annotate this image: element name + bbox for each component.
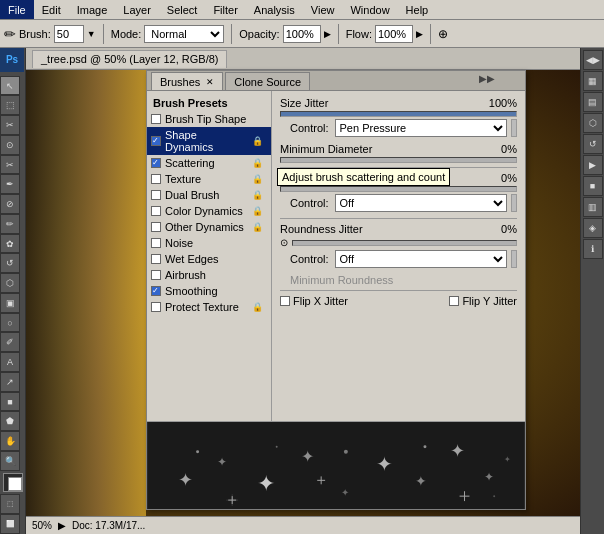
brush-item-smoothing[interactable]: Smoothing [147,283,271,299]
tool-shape[interactable]: ■ [0,392,20,412]
brush-item-scattering[interactable]: Scattering 🔒 [147,155,271,171]
tool-magic-wand[interactable]: ⊙ [0,135,20,155]
tab-brushes[interactable]: Brushes ✕ [151,72,223,90]
checkbox-wet-edges[interactable] [151,254,161,264]
menu-help[interactable]: Help [398,0,437,19]
menu-layer[interactable]: Layer [115,0,159,19]
checkbox-protect-texture[interactable] [151,302,161,312]
quick-mask[interactable]: ⬚ [0,494,20,514]
foreground-color[interactable] [3,473,23,493]
brush-item-other-dynamics[interactable]: Other Dynamics 🔒 [147,219,271,235]
panel-body: Brush Presets Brush Tip Shape Shape Dyna… [147,91,525,421]
checkbox-airbrush[interactable] [151,270,161,280]
tool-lasso[interactable]: ✂ [0,115,20,135]
svg-point-13 [344,450,348,454]
checkbox-shape-dynamics[interactable] [151,136,161,146]
mode-select[interactable]: Normal [144,25,224,43]
tool-spot-heal[interactable]: ⊘ [0,194,20,214]
tool-path[interactable]: ↗ [0,372,20,392]
strip-btn-history[interactable]: ↺ [583,134,603,154]
checkbox-color-dynamics[interactable] [151,206,161,216]
checkbox-texture[interactable] [151,174,161,184]
checkbox-other-dynamics[interactable] [151,222,161,232]
tab-clone-source[interactable]: Clone Source [225,72,310,90]
min-diameter-value: 0% [487,143,517,155]
flip-x-checkbox[interactable] [280,296,290,306]
menu-image[interactable]: Image [69,0,116,19]
angle-jitter-control-select[interactable]: Off Pen Pressure [335,194,507,212]
tool-brush[interactable]: ✏ [0,214,20,234]
tool-pen[interactable]: ✐ [0,332,20,352]
opacity-input[interactable] [283,25,321,43]
canvas-area: Ps ↖ ⬚ ✂ ⊙ ✂ ✒ ⊘ ✏ ✿ ↺ ⬡ ▣ ○ ✐ A ↗ ■ ⬟ ✋… [0,48,604,534]
tool-gradient[interactable]: ▣ [0,293,20,313]
screen-mode[interactable]: ⬜ [0,514,20,534]
brush-item-shape-dynamics[interactable]: Shape Dynamics 🔒 [147,127,271,155]
flow-label: Flow: [346,28,372,40]
menu-select[interactable]: Select [159,0,206,19]
airbrush-icon[interactable]: ⊕ [438,27,448,41]
strip-btn-paths[interactable]: ⬡ [583,113,603,133]
flow-input[interactable] [375,25,413,43]
roundness-jitter-slider[interactable] [292,240,517,246]
tool-marquee[interactable]: ⬚ [0,95,20,115]
checkbox-dual-brush[interactable] [151,190,161,200]
brush-item-airbrush[interactable]: Airbrush [147,267,271,283]
size-jitter-slider[interactable] [280,111,517,117]
brush-item-protect-texture[interactable]: Protect Texture 🔒 [147,299,271,315]
tool-eraser[interactable]: ⬡ [0,273,20,293]
brush-item-texture[interactable]: Texture 🔒 [147,171,271,187]
strip-btn-channels[interactable]: ▤ [583,92,603,112]
tool-history[interactable]: ↺ [0,253,20,273]
size-jitter-value: 100% [487,97,517,109]
tool-text[interactable]: A [0,352,20,372]
strip-btn-layers[interactable]: ▦ [583,71,603,91]
tool-dodge[interactable]: ○ [0,313,20,333]
brush-preview-area: ✦ ✦ ✦ ✦ ✦ ✦ ✦ ✦ ✦ ✦ [147,421,525,509]
separator-4 [430,24,431,44]
tab-brushes-close[interactable]: ✕ [206,77,214,87]
brush-item-dual-brush[interactable]: Dual Brush 🔒 [147,187,271,203]
brush-item-color-dynamics[interactable]: Color Dynamics 🔒 [147,203,271,219]
tool-zoom[interactable]: 🔍 [0,451,20,471]
checkbox-smoothing[interactable] [151,286,161,296]
strip-btn-1[interactable]: ◀▶ [583,50,603,70]
brush-item-tip-shape[interactable]: Brush Tip Shape [147,111,271,127]
roundness-jitter-value: 0% [487,223,517,235]
roundness-jitter-control-select[interactable]: Off Pen Pressure [335,250,507,268]
tool-move[interactable]: ↖ [0,76,20,96]
menu-file[interactable]: File [0,0,34,19]
strip-btn-color[interactable]: ■ [583,176,603,196]
menu-edit[interactable]: Edit [34,0,69,19]
checkbox-noise[interactable] [151,238,161,248]
menu-analysis[interactable]: Analysis [246,0,303,19]
strip-btn-info[interactable]: ℹ [583,239,603,259]
menu-window[interactable]: Window [342,0,397,19]
checkbox-scattering[interactable] [151,158,161,168]
brush-item-wet-edges[interactable]: Wet Edges [147,251,271,267]
size-jitter-control-select[interactable]: Pen Pressure Off [335,119,507,137]
tree-overlay [26,70,146,516]
strip-btn-actions[interactable]: ▶ [583,155,603,175]
opacity-arrow[interactable]: ▶ [324,29,331,39]
tool-hand[interactable]: ✋ [0,431,20,451]
checkbox-tip-shape[interactable] [151,114,161,124]
tool-crop[interactable]: ✂ [0,155,20,175]
brush-dropdown-icon[interactable]: ▼ [87,29,96,39]
tool-eyedropper[interactable]: ✒ [0,174,20,194]
min-diameter-slider[interactable] [280,157,517,163]
panel-collapse-btn[interactable]: ▶▶ [479,73,495,84]
menu-filter[interactable]: Filter [205,0,245,19]
lock-other-dynamics-icon: 🔒 [252,222,263,232]
flip-y-checkbox[interactable] [449,296,459,306]
brush-size-input[interactable] [54,25,84,43]
doc-tab-title[interactable]: _tree.psd @ 50% (Layer 12, RGB/8) [32,50,227,68]
strip-btn-styles[interactable]: ◈ [583,218,603,238]
brush-item-noise[interactable]: Noise [147,235,271,251]
strip-btn-swatches[interactable]: ▥ [583,197,603,217]
flow-arrow[interactable]: ▶ [416,29,423,39]
tool-3d[interactable]: ⬟ [0,411,20,431]
menu-view[interactable]: View [303,0,343,19]
tool-clone[interactable]: ✿ [0,234,20,254]
angle-jitter-slider[interactable] [280,186,517,192]
